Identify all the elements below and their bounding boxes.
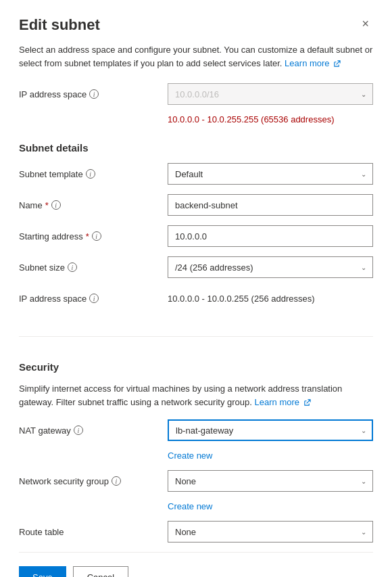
subnet-size-info-icon[interactable]: i xyxy=(68,262,77,272)
external-link-icon-security xyxy=(303,399,311,407)
nsg-row: Network security group i None ⌄ xyxy=(19,470,373,492)
ip-address-space-select-wrapper: 10.0.0.0/16 ⌄ xyxy=(168,83,373,105)
subnet-template-label: Subnet template i xyxy=(19,169,168,179)
subnet-template-control: Default ⌄ xyxy=(168,163,373,185)
subnet-ip-space-info-icon[interactable]: i xyxy=(89,294,99,303)
subnet-template-info-icon[interactable]: i xyxy=(86,169,95,179)
subnet-details-section: Subnet details Subnet template i Default… xyxy=(19,135,373,319)
subnet-name-input[interactable] xyxy=(168,194,373,216)
subnet-template-select[interactable]: Default xyxy=(168,163,373,185)
section-divider xyxy=(19,336,373,337)
subnet-name-required: * xyxy=(45,200,49,210)
subnet-ip-space-row: IP address space i 10.0.0.0 - 10.0.0.255… xyxy=(19,287,373,309)
starting-address-input[interactable] xyxy=(168,225,373,247)
subnet-name-row: Name * i xyxy=(19,194,373,216)
external-link-icon xyxy=(333,60,341,68)
security-section: Security Simplify internet access for vi… xyxy=(19,354,373,552)
subnet-name-label: Name * i xyxy=(19,200,168,210)
subnet-details-heading: Subnet details xyxy=(19,142,373,154)
ip-address-space-row: IP address space i 10.0.0.0/16 ⌄ xyxy=(19,83,373,105)
subnet-size-control: /24 (256 addresses) ⌄ xyxy=(168,256,373,278)
ip-address-space-select: 10.0.0.0/16 xyxy=(168,83,373,105)
subnet-size-select[interactable]: /24 (256 addresses) xyxy=(168,256,373,278)
edit-subnet-panel: Edit subnet × Select an address space an… xyxy=(0,0,392,577)
panel-description: Select an address space and configure yo… xyxy=(19,43,373,70)
subnet-size-label: Subnet size i xyxy=(19,262,168,273)
subnet-name-info-icon[interactable]: i xyxy=(51,200,61,210)
subnet-name-control xyxy=(168,194,373,216)
nsg-select[interactable]: None xyxy=(168,470,373,492)
panel-header: Edit subnet × xyxy=(19,16,373,34)
starting-address-control xyxy=(168,225,373,247)
close-button[interactable]: × xyxy=(358,16,373,31)
nat-gateway-create-new-link[interactable]: Create new xyxy=(168,451,373,461)
nat-gateway-row: NAT gateway i lb-nat-gateway ⌄ xyxy=(19,419,373,441)
panel-footer: Save Cancel xyxy=(19,552,373,577)
cancel-button[interactable]: Cancel xyxy=(73,566,128,577)
security-heading: Security xyxy=(19,361,373,373)
subnet-template-row: Subnet template i Default ⌄ xyxy=(19,163,373,185)
starting-address-info-icon[interactable]: i xyxy=(92,231,101,241)
subnet-ip-space-label: IP address space i xyxy=(19,294,168,304)
nat-gateway-select[interactable]: lb-nat-gateway xyxy=(168,419,373,441)
subnet-ip-space-value: 10.0.0.0 - 10.0.0.255 (256 addresses) xyxy=(168,294,373,304)
security-description: Simplify internet access for virtual mac… xyxy=(19,382,373,409)
nat-gateway-select-wrapper: lb-nat-gateway ⌄ xyxy=(168,419,373,441)
route-table-select[interactable]: None xyxy=(168,521,373,543)
nat-gateway-label: NAT gateway i xyxy=(19,425,168,436)
nat-gateway-info-icon[interactable]: i xyxy=(74,425,83,435)
nsg-info-icon[interactable]: i xyxy=(112,476,121,486)
route-table-label: Route table xyxy=(19,527,168,537)
subnet-size-select-wrapper: /24 (256 addresses) ⌄ xyxy=(168,256,373,278)
nsg-create-new-link[interactable]: Create new xyxy=(168,501,373,511)
subnet-template-select-wrapper: Default ⌄ xyxy=(168,163,373,185)
subnet-size-row: Subnet size i /24 (256 addresses) ⌄ xyxy=(19,256,373,278)
starting-address-label: Starting address * i xyxy=(19,231,168,241)
route-table-select-wrapper: None ⌄ xyxy=(168,521,373,543)
save-button[interactable]: Save xyxy=(19,566,66,577)
route-table-row: Route table None ⌄ xyxy=(19,521,373,543)
ip-range-text: 10.0.0.0 - 10.0.255.255 (65536 addresses… xyxy=(168,114,373,124)
ip-address-space-info-icon[interactable]: i xyxy=(89,89,99,99)
learn-more-link-description[interactable]: Learn more xyxy=(285,58,341,68)
ip-address-space-label: IP address space i xyxy=(19,89,168,99)
nsg-label: Network security group i xyxy=(19,476,168,486)
starting-address-required: * xyxy=(86,231,89,241)
nat-gateway-control: lb-nat-gateway ⌄ xyxy=(168,419,373,441)
nsg-control: None ⌄ xyxy=(168,470,373,492)
route-table-control: None ⌄ xyxy=(168,521,373,543)
starting-address-row: Starting address * i xyxy=(19,225,373,247)
panel-title: Edit subnet xyxy=(19,16,100,34)
learn-more-link-security[interactable]: Learn more xyxy=(255,397,311,407)
nsg-select-wrapper: None ⌄ xyxy=(168,470,373,492)
ip-address-space-control: 10.0.0.0/16 ⌄ xyxy=(168,83,373,105)
